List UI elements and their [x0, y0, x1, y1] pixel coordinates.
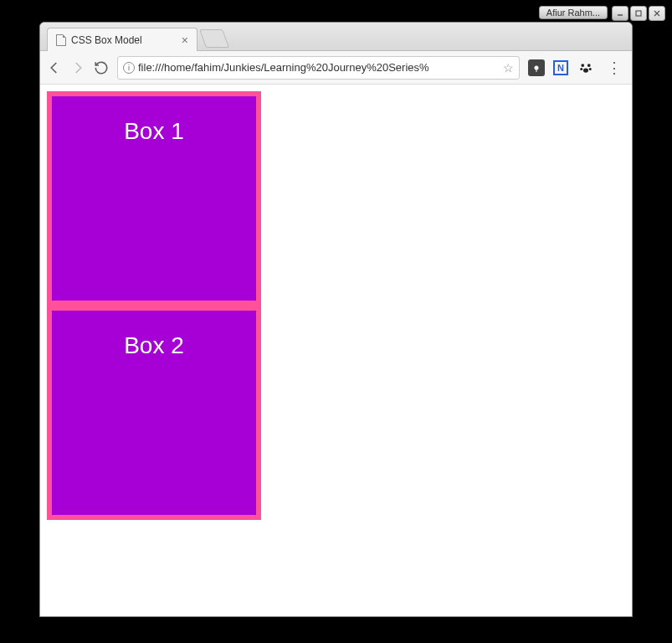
reload-button[interactable]: [94, 60, 109, 75]
extension-icon-1[interactable]: [528, 59, 545, 76]
window-controls: [612, 6, 665, 21]
page-viewport: Box 1 Box 2: [40, 85, 632, 616]
browser-tab[interactable]: CSS Box Model ×: [47, 28, 197, 51]
box-1-label: Box 1: [124, 118, 184, 144]
forward-button[interactable]: [70, 60, 85, 75]
tab-strip: CSS Box Model ×: [40, 23, 632, 51]
box-2: Box 2: [47, 306, 261, 520]
site-info-icon[interactable]: i: [123, 62, 135, 74]
svg-rect-1: [636, 11, 641, 16]
file-icon: [56, 34, 66, 46]
svg-point-10: [583, 68, 588, 72]
box-2-label: Box 2: [124, 332, 184, 358]
back-button[interactable]: [47, 60, 62, 75]
extension-icon-3[interactable]: [577, 59, 595, 77]
close-window-button[interactable]: [649, 6, 665, 21]
browser-window: CSS Box Model × i file:///home/fahim/Jun…: [39, 22, 633, 617]
browser-menu-button[interactable]: ⋮: [603, 59, 625, 77]
svg-point-6: [581, 64, 584, 67]
new-tab-button[interactable]: [199, 29, 229, 48]
bookmark-star-icon[interactable]: ☆: [503, 61, 514, 75]
address-bar[interactable]: i file:///home/fahim/Junkies/Learning%20…: [117, 56, 520, 80]
svg-point-9: [589, 68, 592, 70]
maximize-button[interactable]: [630, 6, 647, 21]
window-user-label: Afiur Rahm...: [539, 6, 608, 19]
svg-rect-5: [536, 69, 537, 72]
svg-point-7: [587, 64, 591, 67]
svg-point-4: [535, 65, 539, 69]
close-tab-icon[interactable]: ×: [182, 33, 188, 47]
minimize-button[interactable]: [612, 6, 628, 21]
svg-point-8: [580, 68, 582, 70]
url-text: file:///home/fahim/Junkies/Learning%20Jo…: [138, 61, 500, 74]
extension-icon-2[interactable]: N: [553, 60, 568, 75]
tab-title: CSS Box Model: [71, 34, 142, 46]
box-1: Box 1: [47, 91, 261, 306]
browser-toolbar: i file:///home/fahim/Junkies/Learning%20…: [40, 51, 632, 85]
